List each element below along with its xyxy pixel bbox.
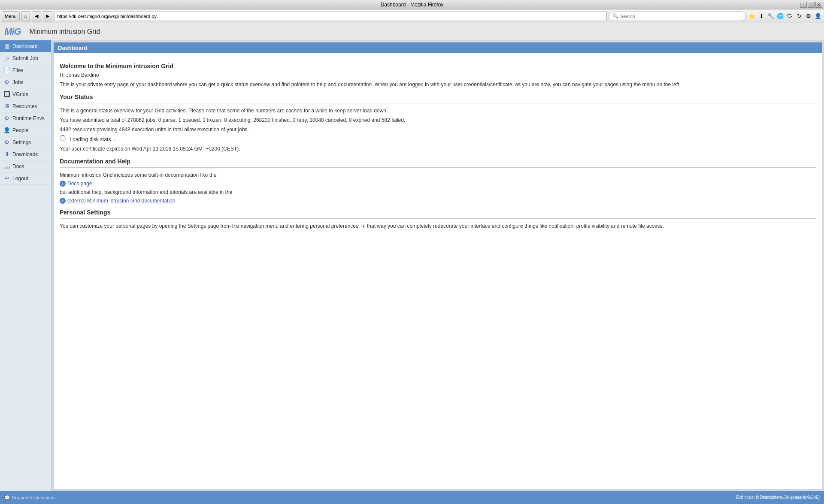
menu-button[interactable]: Menu [2,11,20,21]
sidebar-item-runtime-envs[interactable]: ⚙ Runtime Envs [0,112,51,124]
docs-link-icon: i [60,181,66,187]
sidebar-item-resources[interactable]: 🖥 Resources [0,100,51,112]
tools-icon[interactable]: 🔧 [766,12,775,21]
sidebar-label-files: Files [12,67,23,73]
bookmark-icon[interactable]: ⭐ [748,12,756,21]
address-bar[interactable] [54,12,607,21]
search-icon: 🔍 [612,13,618,19]
sidebar-label-jobs: Jobs [12,79,23,85]
sidebar-label-vgrids: VGrids [12,91,28,97]
disk-loading: Loading disk stats... [60,135,816,143]
sidebar-item-settings[interactable]: ⚙ Settings [0,136,51,148]
shield-icon[interactable]: 🛡 [785,12,794,21]
home-button[interactable]: ⌂ [21,11,30,21]
content-area: Dashboard Welcome to the Minimum intrusi… [53,42,822,489]
docs-divider [60,167,816,168]
settings-icon[interactable]: ⚙ [804,12,813,21]
sidebar-item-dashboard[interactable]: ▦ Dashboard [0,40,51,52]
content-body: Welcome to the Minimum intrusion Grid Hi… [54,53,822,236]
cert-text: Your user certificate expires on Wed Apr… [60,145,816,153]
back-button[interactable]: ◀ [32,11,41,21]
exit-code-info: Exit code: 0 Description: OK (done in 0.… [736,491,820,504]
welcome-title: Welcome to the Minimum intrusion Grid [60,63,816,69]
docs-link[interactable]: i Docs page [60,181,816,187]
greeting: Hi Jonas Bardino [60,72,816,78]
sidebar-item-people[interactable]: 👤 People [0,124,51,136]
app-header: MiG Minimum intrusion Grid [0,23,824,40]
logout-icon: ↩ [3,175,10,181]
sidebar-item-downloads[interactable]: ⬇ Downloads [0,148,51,160]
files-icon: 📄 [3,67,10,73]
search-input[interactable] [620,14,742,19]
vgrids-icon: 🔲 [3,91,10,97]
sidebar-label-people: People [12,127,28,133]
toolbar-icons: ⭐ ⬇ 🔧 🌐 🛡 ↻ ⚙ 👤 [748,12,822,21]
loading-spinner [60,135,66,141]
window-controls[interactable]: − □ ✕ [800,2,822,8]
runtime-envs-icon: ⚙ [3,115,10,121]
resources-text: 4482 resources providing 4848 execution … [60,126,816,133]
sidebar-item-files[interactable]: 📄 Files [0,64,51,76]
personal-settings-title: Personal Settings [60,209,816,216]
window-title: Dashboard - Mozilla Firefox [381,2,444,8]
download-icon[interactable]: ⬇ [757,12,766,21]
search-bar-container[interactable]: 🔍 [609,12,746,21]
nav-bar: Menu ⌂ ◀ ▶ 🔍 ⭐ ⬇ 🔧 🌐 🛡 ↻ ⚙ 👤 [0,9,824,23]
sidebar-item-logout[interactable]: ↩ Logout [0,172,51,184]
maximize-button[interactable]: □ [808,2,815,8]
status-divider [60,103,816,103]
personal-settings-divider [60,218,816,219]
close-button[interactable]: ✕ [815,2,822,8]
support-icon: 💬 [4,495,10,501]
external-docs-link[interactable]: i external Minimum intrusion Grid docume… [60,198,816,204]
sidebar-item-vgrids[interactable]: 🔲 VGrids [0,88,51,100]
sidebar-item-docs[interactable]: 📖 Docs [0,160,51,172]
title-bar: Dashboard - Mozilla Firefox − □ ✕ [0,0,824,9]
sidebar-label-submit-job: Submit Job [12,55,38,61]
sidebar-label-dashboard: Dashboard [12,43,38,49]
docs-icon: 📖 [3,163,10,169]
sidebar-label-settings: Settings [12,139,31,145]
personal-settings-text: You can customize your personal pages by… [60,222,816,230]
content-header: Dashboard [54,42,822,53]
docs-extra: but additional help, background informat… [60,188,816,196]
your-status-title: Your Status [60,94,816,100]
docs-title: Documentation and Help [60,158,816,165]
sidebar-label-logout: Logout [12,175,28,181]
user-icon[interactable]: 👤 [814,12,822,21]
status-intro: This is a general status overview for yo… [60,107,816,115]
forward-button[interactable]: ▶ [43,11,52,21]
globe-icon[interactable]: 🌐 [776,12,785,21]
submit-job-icon: ▷ [3,55,10,61]
external-link-icon: i [60,198,66,204]
resources-icon: 🖥 [3,103,10,109]
intro-text: This is your private entry page or your … [60,81,816,88]
sidebar-label-runtime-envs: Runtime Envs [12,115,45,121]
footer: 💬 Support & Questions Exit code: 0 Descr… [0,491,824,504]
sidebar-item-submit-job[interactable]: ▷ Submit Job [0,52,51,64]
sync-icon[interactable]: ↻ [795,12,803,21]
docs-intro: Minimum intrusion Grid includes some bui… [60,171,816,179]
app-title: Minimum intrusion Grid [30,28,100,36]
support-link[interactable]: 💬 Support & Questions [4,495,56,501]
sidebar: ▦ Dashboard ▷ Submit Job 📄 Files ⚙ Jobs … [0,40,52,491]
downloads-icon: ⬇ [3,151,10,157]
jobs-text: You have submitted a total of 278862 job… [60,116,816,124]
mig-logo: MiG [4,26,21,37]
minimize-button[interactable]: − [800,2,807,8]
settings-nav-icon: ⚙ [3,139,10,145]
sidebar-label-downloads: Downloads [12,151,38,157]
dashboard-icon: ▦ [3,43,10,49]
sidebar-item-jobs[interactable]: ⚙ Jobs [0,76,51,88]
jobs-icon: ⚙ [3,79,10,85]
main-layout: ▦ Dashboard ▷ Submit Job 📄 Files ⚙ Jobs … [0,40,824,491]
people-icon: 👤 [3,127,10,133]
sidebar-label-resources: Resources [12,103,37,109]
sidebar-label-docs: Docs [12,163,24,169]
